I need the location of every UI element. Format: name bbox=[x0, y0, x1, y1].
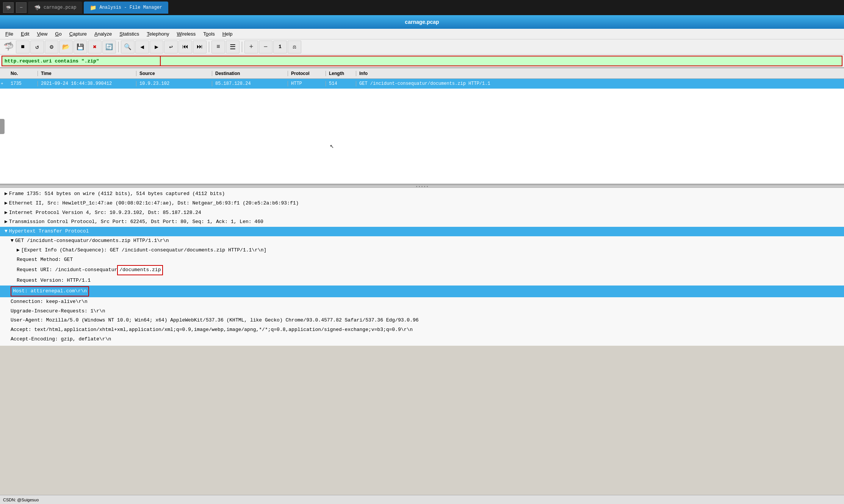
cell-protocol: HTTP bbox=[288, 81, 326, 86]
expand-ethernet[interactable]: ▶ bbox=[5, 200, 8, 208]
analysis-tab-icon: 📁 bbox=[90, 5, 96, 11]
detail-method: Request Method: GET bbox=[0, 255, 844, 265]
tb-sep2 bbox=[209, 42, 209, 52]
wireshark-logo: 🦈 bbox=[3, 2, 14, 13]
tb-zoom-in[interactable]: + bbox=[244, 41, 258, 53]
tb-reload[interactable]: 🔄 bbox=[102, 41, 116, 53]
tb-next[interactable]: ▶ bbox=[150, 41, 163, 53]
menu-statistics[interactable]: Statistics bbox=[116, 30, 143, 37]
detail-upgrade: Upgrade-Insecure-Requests: 1\r\n bbox=[0, 307, 844, 316]
detail-get-text: GET /incidunt-consequatur/documents.zip … bbox=[15, 237, 169, 245]
tab-carnage[interactable]: 🦈 carnage.pcap bbox=[28, 2, 82, 14]
left-panel-handle[interactable] bbox=[0, 119, 5, 134]
filter-bar: http.request.uri contains ".zip" bbox=[0, 55, 844, 68]
detail-accept: Accept: text/html,application/xhtml+xml,… bbox=[0, 325, 844, 335]
tb-options[interactable]: ⚙ bbox=[45, 41, 58, 53]
ws-title-text: carnage.pcap bbox=[405, 19, 439, 25]
ws-title-bar: carnage.pcap bbox=[0, 15, 844, 29]
cell-info: GET /incidunt-consequatur/documents.zip … bbox=[356, 81, 844, 86]
resize-handle[interactable] bbox=[0, 185, 844, 188]
detail-ip-text: Internet Protocol Version 4, Src: 10.9.2… bbox=[9, 209, 201, 217]
expand-ip[interactable]: ▶ bbox=[5, 209, 8, 217]
tb-prev[interactable]: ◀ bbox=[135, 41, 149, 53]
tb-resize-col[interactable]: ⚖ bbox=[288, 41, 301, 53]
menu-help[interactable]: Help bbox=[219, 30, 236, 37]
detail-uri: Request URI: /incidunt-consequatur/docum… bbox=[0, 264, 844, 276]
detail-frame-text: Frame 1735: 514 bytes on wire (4112 bits… bbox=[9, 190, 225, 198]
expand-tcp[interactable]: ▶ bbox=[5, 218, 8, 226]
menu-view[interactable]: View bbox=[33, 30, 51, 37]
tb-stop[interactable]: ■ bbox=[16, 41, 30, 53]
detail-tcp-text: Transmission Control Protocol, Src Port:… bbox=[9, 218, 263, 226]
detail-version: Request Version: HTTP/1.1 bbox=[0, 276, 844, 286]
detail-ethernet[interactable]: ▶ Ethernet II, Src: HewlettP_1c:47:ae (0… bbox=[0, 199, 844, 208]
filter-rest bbox=[161, 56, 842, 66]
tb-refresh[interactable]: ↺ bbox=[30, 41, 44, 53]
detail-host-boxed: Host: attirenepal.com\r\n bbox=[11, 286, 89, 296]
cell-time: 2021-09-24 16:44:38.990412 bbox=[38, 81, 136, 86]
tab-analysis[interactable]: 📁 Analysis - File Manager bbox=[84, 2, 168, 14]
table-row[interactable]: + 1735 2021-09-24 16:44:38.990412 10.9.2… bbox=[0, 79, 844, 89]
col-header-info[interactable]: Info bbox=[356, 71, 844, 76]
menu-tools[interactable]: Tools bbox=[199, 30, 218, 37]
resize-dots bbox=[416, 186, 428, 187]
minimize-control[interactable]: ─ bbox=[16, 2, 27, 13]
detail-tcp[interactable]: ▶ Transmission Control Protocol, Src Por… bbox=[0, 217, 844, 227]
menu-go[interactable]: Go bbox=[51, 30, 65, 37]
col-header-length[interactable]: Length bbox=[326, 71, 356, 76]
col-header-time[interactable]: Time bbox=[38, 71, 136, 76]
detail-ip[interactable]: ▶ Internet Protocol Version 4, Src: 10.9… bbox=[0, 208, 844, 218]
expand-expert[interactable]: ▶ bbox=[17, 247, 20, 254]
detail-expert[interactable]: ▶ [Expert Info (Chat/Sequence): GET /inc… bbox=[0, 246, 844, 255]
tb-zoom-100[interactable]: 1 bbox=[273, 41, 287, 53]
title-bar: 🦈 ─ 🦈 carnage.pcap 📁 Analysis - File Man… bbox=[0, 0, 844, 15]
col-header-protocol[interactable]: Protocol bbox=[288, 71, 326, 76]
expand-http[interactable]: ▼ bbox=[5, 228, 8, 236]
analysis-tab-label: Analysis - File Manager bbox=[99, 5, 162, 10]
tb-logo: 🦈 bbox=[2, 41, 15, 53]
detail-accept-encoding-text: Accept-Encoding: gzip, deflate\r\n bbox=[11, 335, 111, 343]
expand-get[interactable]: ▼ bbox=[11, 237, 14, 245]
tb-sep3 bbox=[242, 42, 242, 52]
packet-detail[interactable]: ▶ Frame 1735: 514 bytes on wire (4112 bi… bbox=[0, 188, 844, 346]
tb-coloring[interactable]: ☰ bbox=[226, 41, 240, 53]
tb-search[interactable]: 🔍 bbox=[121, 41, 135, 53]
cell-length: 514 bbox=[326, 81, 356, 86]
detail-upgrade-text: Upgrade-Insecure-Requests: 1\r\n bbox=[11, 307, 105, 315]
detail-host[interactable]: Host: attirenepal.com\r\n bbox=[0, 286, 844, 297]
menu-analyze[interactable]: Analyze bbox=[91, 30, 116, 37]
row-indicator: + bbox=[0, 81, 8, 86]
detail-uri-label: Request URI: /incidunt-consequatur bbox=[17, 266, 117, 274]
carnage-tab-icon: 🦈 bbox=[34, 5, 41, 11]
col-header-source[interactable]: Source bbox=[136, 71, 212, 76]
tb-colorize[interactable]: ≡ bbox=[211, 41, 225, 53]
detail-get[interactable]: ▼ GET /incidunt-consequatur/documents.zi… bbox=[0, 236, 844, 246]
tb-zoom-out[interactable]: − bbox=[259, 41, 272, 53]
detail-http[interactable]: ▼ Hypertext Transfer Protocol bbox=[0, 227, 844, 236]
packet-list-area[interactable]: + 1735 2021-09-24 16:44:38.990412 10.9.2… bbox=[0, 79, 844, 185]
col-header-no[interactable]: No. bbox=[8, 71, 38, 76]
menu-file[interactable]: File bbox=[2, 30, 17, 37]
detail-connection-text: Connection: keep-alive\r\n bbox=[11, 298, 88, 306]
detail-ethernet-text: Ethernet II, Src: HewlettP_1c:47:ae (00:… bbox=[9, 200, 299, 208]
expand-frame[interactable]: ▶ bbox=[5, 190, 8, 198]
tb-close[interactable]: ✖ bbox=[88, 41, 102, 53]
detail-http-text: Hypertext Transfer Protocol bbox=[9, 228, 89, 236]
tb-last[interactable]: ⏭ bbox=[193, 41, 207, 53]
cell-no: 1735 bbox=[8, 81, 38, 86]
detail-frame[interactable]: ▶ Frame 1735: 514 bytes on wire (4112 bi… bbox=[0, 189, 844, 199]
filter-input[interactable]: http.request.uri contains ".zip" bbox=[2, 56, 161, 66]
menu-wireless[interactable]: Wireless bbox=[173, 30, 200, 37]
menu-edit[interactable]: Edit bbox=[17, 30, 33, 37]
menu-telephony[interactable]: Telephony bbox=[143, 30, 173, 37]
packet-list-header: No. Time Source Destination Protocol Len… bbox=[0, 68, 844, 79]
tb-save[interactable]: 💾 bbox=[74, 41, 87, 53]
carnage-tab-label: carnage.pcap bbox=[44, 5, 76, 10]
tb-first[interactable]: ⏮ bbox=[179, 41, 192, 53]
col-header-destination[interactable]: Destination bbox=[212, 71, 288, 76]
detail-accept-encoding: Accept-Encoding: gzip, deflate\r\n bbox=[0, 335, 844, 344]
tb-open[interactable]: 📂 bbox=[59, 41, 73, 53]
toolbar: 🦈 ■ ↺ ⚙ 📂 💾 ✖ 🔄 🔍 ◀ ▶ ↩ ⏮ ⏭ ≡ ☰ + − 1 ⚖ bbox=[0, 39, 844, 55]
menu-capture[interactable]: Capture bbox=[66, 30, 91, 37]
tb-loop[interactable]: ↩ bbox=[164, 41, 178, 53]
